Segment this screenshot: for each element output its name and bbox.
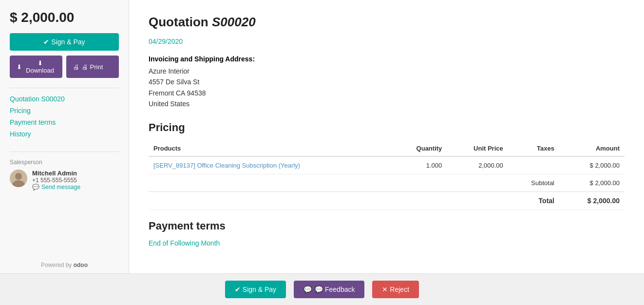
quotation-title: Quotation S00020 xyxy=(149,15,625,30)
address-line-1: Azure Interior xyxy=(149,66,625,76)
sidebar-amount: $ 2,000.00 xyxy=(10,10,119,25)
send-message-label: Send message xyxy=(41,184,80,191)
sidebar-item-payment-terms[interactable]: Payment terms xyxy=(10,118,119,126)
address-line-3: Fremont CA 94538 xyxy=(149,88,625,98)
sidebar-item-pricing[interactable]: Pricing xyxy=(10,107,119,114)
footer-sign-pay-button[interactable]: ✔ Sign & Pay xyxy=(225,281,286,298)
quotation-date: 04/29/2020 xyxy=(149,38,625,45)
salesperson-section: Salesperson Mitchell Admin +1 555-555-55… xyxy=(10,159,119,191)
col-taxes: Taxes xyxy=(508,141,559,156)
address-lines: Azure Interior 4557 De Silva St Fremont … xyxy=(149,66,625,110)
sidebar-divider xyxy=(10,152,119,152)
sidebar-item-history[interactable]: History xyxy=(10,130,119,138)
product-quantity: 1.000 xyxy=(392,156,447,174)
address-line-2: 4557 De Silva St xyxy=(149,76,625,87)
address-line-4: United States xyxy=(149,98,625,109)
quotation-title-id: S00020 xyxy=(212,15,256,29)
pricing-table: Products Quantity Unit Price Taxes Amoun… xyxy=(149,141,625,210)
footer-reject-button[interactable]: ✕ Reject xyxy=(372,281,419,298)
salesperson-label: Salesperson xyxy=(10,159,119,166)
avatar xyxy=(10,170,27,187)
quotation-title-prefix: Quotation xyxy=(149,15,212,29)
col-quantity: Quantity xyxy=(392,141,447,156)
chat-icon: 💬 xyxy=(32,184,39,191)
odoo-brand: odoo xyxy=(74,262,88,268)
total-row: Total $ 2,000.00 xyxy=(149,191,625,210)
powered-by: Powered by odoo xyxy=(10,252,119,268)
product-name: [SERV_89137] Office Cleaning Subscriptio… xyxy=(149,156,392,174)
salesperson-info: Mitchell Admin +1 555-555-5555 💬 Send me… xyxy=(10,170,119,191)
download-button[interactable]: ⬇ ⬇ Download xyxy=(10,56,62,78)
col-products: Products xyxy=(149,141,392,156)
address-section: Invoicing and Shipping Address: Azure In… xyxy=(149,55,625,110)
salesperson-details: Mitchell Admin +1 555-555-5555 💬 Send me… xyxy=(32,170,80,191)
subtotal-value: $ 2,000.00 xyxy=(559,174,625,191)
print-button[interactable]: 🖨 🖨 Print xyxy=(66,56,119,78)
send-message-link[interactable]: 💬 Send message xyxy=(32,184,80,191)
download-icon: ⬇ xyxy=(17,63,22,71)
product-unit-price: 2,000.00 xyxy=(447,156,508,174)
chat-bubble-icon: 💬 xyxy=(303,286,312,293)
table-header-row: Products Quantity Unit Price Taxes Amoun… xyxy=(149,141,625,156)
col-amount: Amount xyxy=(559,141,625,156)
total-value: $ 2,000.00 xyxy=(559,191,625,210)
svg-point-1 xyxy=(15,173,22,180)
payment-terms-title: Payment terms xyxy=(149,220,625,232)
download-label: ⬇ Download xyxy=(24,59,56,74)
print-label: 🖨 Print xyxy=(82,63,103,71)
subtotal-row: Subtotal $ 2,000.00 xyxy=(149,174,625,191)
product-link[interactable]: [SERV_89137] Office Cleaning Subscriptio… xyxy=(153,162,300,169)
sidebar-nav: Quotation S00020 Pricing Payment terms H… xyxy=(10,88,119,142)
main-content: Quotation S00020 04/29/2020 Invoicing an… xyxy=(129,0,644,273)
product-taxes xyxy=(508,156,559,174)
table-row: [SERV_89137] Office Cleaning Subscriptio… xyxy=(149,156,625,174)
address-label: Invoicing and Shipping Address: xyxy=(149,55,625,63)
payment-terms-value: End of Following Month xyxy=(149,239,625,247)
footer-feedback-button[interactable]: 💬 💬 Feedback xyxy=(294,281,364,298)
salesperson-name: Mitchell Admin xyxy=(32,170,80,177)
sidebar-item-quotation[interactable]: Quotation S00020 xyxy=(10,95,119,103)
product-amount: $ 2,000.00 xyxy=(559,156,625,174)
payment-terms-section: Payment terms End of Following Month xyxy=(149,220,625,247)
sidebar: $ 2,000.00 ✔ Sign & Pay ⬇ ⬇ Download 🖨 🖨… xyxy=(0,0,129,273)
print-icon: 🖨 xyxy=(73,63,79,71)
total-label: Total xyxy=(508,191,559,210)
subtotal-label: Subtotal xyxy=(508,174,559,191)
sign-pay-button-sidebar[interactable]: ✔ Sign & Pay xyxy=(10,33,119,51)
feedback-label: 💬 Feedback xyxy=(315,286,355,293)
footer-bar: ✔ Sign & Pay 💬 💬 Feedback ✕ Reject xyxy=(0,273,644,305)
col-unit-price: Unit Price xyxy=(447,141,508,156)
pricing-title: Pricing xyxy=(149,121,625,134)
salesperson-phone: +1 555-555-5555 xyxy=(32,177,80,184)
